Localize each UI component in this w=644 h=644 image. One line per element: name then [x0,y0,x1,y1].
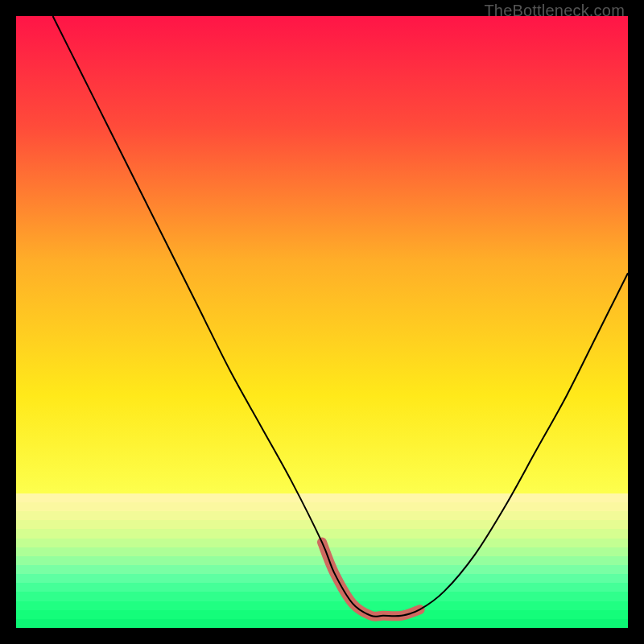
plot-area [16,16,628,628]
chart-frame: TheBottleneck.com [0,0,644,644]
curve-layer [16,16,628,628]
highlight-segment [322,543,420,617]
bottleneck-curve [53,16,628,617]
attribution-text: TheBottleneck.com [484,2,625,20]
